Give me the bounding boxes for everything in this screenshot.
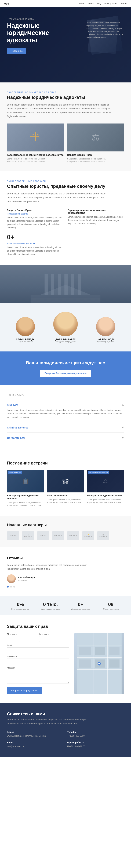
- stat-item-2: 0 тыс. Выигранных случаев: [37, 601, 64, 610]
- newsletter-input[interactable]: [7, 658, 69, 664]
- testimonial-author: НАТ РЕЙНОЛДС Менеджер: [7, 575, 124, 583]
- stat-label-3: Довольных клиентов: [67, 608, 94, 610]
- testimonial-role: Менеджер: [18, 579, 36, 581]
- meeting-img-2: MARCHFOR OURLIVES: [47, 470, 84, 492]
- service-header-3[interactable]: Corporate Law ∨: [7, 436, 124, 440]
- hero-title: Надежные юридические адвокаты: [7, 22, 66, 44]
- lastname-label: Last Name: [39, 633, 69, 636]
- stat-item-3: 0+ Довольных клиентов: [67, 601, 94, 610]
- team-role-3: Бухгалтер-аудитор: [87, 341, 124, 343]
- meetings-section: Последние встречи Ваш партнер по 📋 Ваш п…: [0, 452, 131, 516]
- meeting-card-1: Ваш партнер по 📋 Ваш партнер по юридичес…: [7, 470, 44, 507]
- firstname-input[interactable]: [7, 636, 37, 642]
- nav-link-contact[interactable]: Contact: [120, 2, 128, 5]
- lastname-input[interactable]: [39, 636, 69, 642]
- dot-1[interactable]: [7, 586, 9, 588]
- contact-info-grid: Адрес ул. Пушкина, дом Колотушкина, Моск…: [7, 731, 124, 748]
- info-title-1: Адрес: [7, 731, 64, 733]
- meeting-title-1: Ваш партнер по юридическим вопросам: [7, 494, 44, 500]
- info-item-2: Телефон +7 (000) 000-0000: [67, 731, 124, 738]
- service-toggle-1: ∧: [122, 403, 124, 407]
- team-name-3: НАТ РЕЙНОЛДС: [87, 338, 124, 341]
- contact-info-title: Свяжитесь с нами: [7, 712, 124, 716]
- submit-button[interactable]: Отправить форму сейчас: [7, 687, 42, 694]
- info-text-4: Пн–Пт: 9:00–18:00: [67, 745, 124, 748]
- services-section: НАШИ УСЛУГИ Civil Law ∧ Lorem ipsum dolo…: [0, 385, 131, 452]
- svg-rect-12: [109, 659, 120, 668]
- svg-rect-7: [79, 647, 91, 655]
- message-textarea[interactable]: [7, 670, 69, 684]
- team-member-3: НАТ РЕЙНОЛДС Бухгалтер-аудитор: [87, 317, 124, 343]
- meeting-badge-1: Ваш партнер по: [8, 471, 22, 473]
- service-name-1: Civil Law: [7, 403, 18, 406]
- hero-button[interactable]: Подробнее: [7, 48, 26, 54]
- lawyer-item-2: Гарантированное юридическое совершенство…: [68, 209, 124, 229]
- nav-link-about[interactable]: About: [88, 2, 94, 5]
- lawyers-grid: Защита Ваших Прав Правосудие и защита Lo…: [7, 209, 124, 256]
- contact-form-section: Защита ваших прав First Name Last Name E…: [0, 615, 131, 703]
- hero-section: ПРАВОСУДИЕ И ЗАЩИТА Надежные юридические…: [0, 7, 131, 83]
- stats-section: 0% Репутация клиентов 0 тыс. Выигранных …: [0, 596, 131, 615]
- email-input[interactable]: [7, 647, 69, 653]
- service-name-2: Criminal Defense: [7, 426, 29, 429]
- dot-3[interactable]: [13, 586, 15, 588]
- info-item-4: Время работы Пн–Пт: 9:00–18:00: [67, 741, 124, 748]
- lawyers-section: ВАШИ ДОВЕРЕННЫЕ АДВОКАТЫ Опытные юристы,…: [0, 172, 131, 265]
- meeting-title-3: Экспертные юридические знания: [87, 494, 124, 497]
- service-toggle-2: ∨: [122, 426, 124, 429]
- service-header-1[interactable]: Civil Law ∧: [7, 403, 124, 407]
- lawyer-sub-1: Правосудие и защита: [7, 213, 63, 215]
- info-text-3: info@example.com: [7, 745, 64, 748]
- team-photo-2: [53, 312, 78, 336]
- stat-num-4: 0к: [97, 601, 124, 607]
- services-label: НАШИ УСЛУГИ: [7, 394, 124, 396]
- team-role-1: Офис менеджер: [7, 341, 44, 343]
- firstname-label: First Name: [7, 633, 37, 636]
- nav-link-pricing[interactable]: Pricing Plan: [104, 2, 117, 5]
- lawyer-item-1: Защита Ваших Прав Правосудие и защита Lo…: [7, 209, 63, 229]
- cta-button[interactable]: Получить бесплатную консультацию: [40, 370, 91, 377]
- stat-item-4: 0к Юридических дел: [97, 601, 124, 610]
- contact-info-section: Свяжитесь с нами Lorem ipsum dolor sit a…: [0, 703, 131, 757]
- partner-logo-6: ⚡CONTACT: [82, 531, 94, 540]
- trusted-title: Надежные юридические адвокаты: [7, 95, 124, 100]
- card-1-link[interactable]: Sample text. Click to select the Text El…: [7, 158, 64, 160]
- team-role-2: Менеджер по продажам: [47, 341, 84, 343]
- card-2-link[interactable]: Sample text. Click to select the Text El…: [67, 158, 124, 160]
- nav-link-faq[interactable]: FAQ: [97, 2, 101, 5]
- trusted-label: ЭКСПЕРТНЫЕ ЮРИДИЧЕСКИЕ РЕШЕНИЯ: [7, 91, 124, 93]
- svg-rect-9: [79, 659, 91, 668]
- lawyers-title: Опытные юристы, преданные своему делу: [7, 184, 124, 189]
- meeting-img-3: Экспертные юридические ⚖: [87, 470, 124, 492]
- cta-section: Ваши юридические щиты ждут вас Получить …: [0, 351, 131, 385]
- lawyer-desc-3: Lorem ipsum dolor sit amet, consectetur …: [7, 246, 63, 256]
- info-item-3: Email info@example.com: [7, 741, 64, 748]
- nav-logo[interactable]: logo: [3, 2, 9, 5]
- contact-form-layout: First Name Last Name Email Newsletter Me…: [7, 633, 124, 694]
- service-header-2[interactable]: Criminal Defense ∨: [7, 426, 124, 429]
- lawyer-sub-3: Ваши доверенные адвокаты: [7, 242, 63, 245]
- lawyer-title-1: Защита Ваших Прав: [7, 209, 63, 212]
- info-title-3: Email: [7, 741, 64, 744]
- partners-logos: CEMTAX ◇CONTACT CEMTAX CONTACT CONTACT ⚡…: [7, 531, 124, 540]
- form-row-names: First Name Last Name: [7, 633, 69, 642]
- meeting-card-3: Экспертные юридические ⚖ Экспертные юрид…: [87, 470, 124, 507]
- testimonial-name: НАТ РЕЙНОЛДС: [18, 576, 36, 579]
- card-1-image: [7, 124, 64, 151]
- contact-form-title: Защита ваших прав: [7, 624, 124, 629]
- card-2-image: ⚖: [67, 124, 124, 151]
- contact-info-desc: Lorem ipsum dolor sit amet, consectetur …: [7, 718, 94, 725]
- partner-logo-4: CONTACT: [52, 531, 64, 540]
- svg-rect-11: [109, 647, 120, 655]
- dot-2[interactable]: [10, 586, 12, 588]
- nav-link-home[interactable]: Home: [78, 2, 85, 5]
- form-group-firstname: First Name: [7, 633, 37, 642]
- card-2-text: Sample text. Click to select the Text El…: [67, 160, 124, 163]
- email-label: Email: [7, 644, 69, 647]
- lawyer-desc-1: Lorem ipsum dolor sit amet, consectetur …: [7, 216, 63, 229]
- trusted-card-2: ⚖ Защита Ваших Прав Sample text. Click t…: [67, 124, 124, 163]
- cta-title: Ваши юридические щиты ждут вас: [7, 360, 124, 366]
- partners-title: Надежные партнеры: [7, 523, 124, 527]
- lawyer-item-3: 0+ Ваши доверенные адвокаты Lorem ipsum …: [7, 234, 63, 256]
- team-name-1: СЕЛИН АЛМЕДА: [7, 338, 44, 341]
